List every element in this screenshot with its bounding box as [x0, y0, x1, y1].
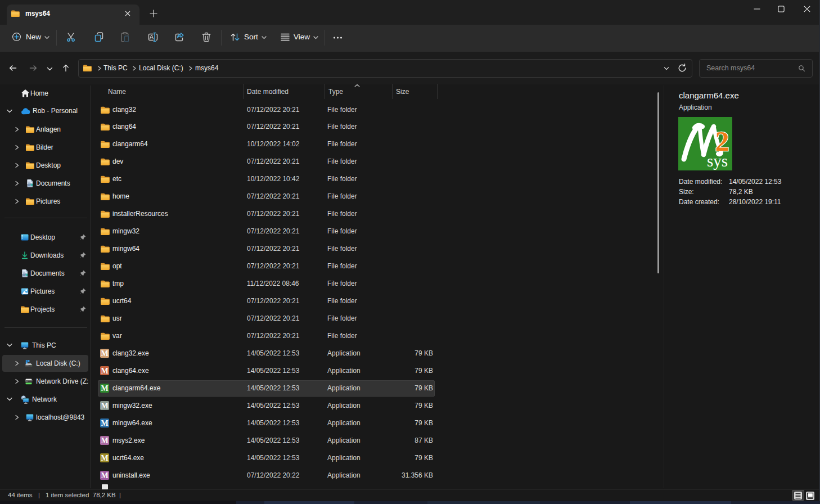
- svg-text:sys: sys: [707, 152, 728, 170]
